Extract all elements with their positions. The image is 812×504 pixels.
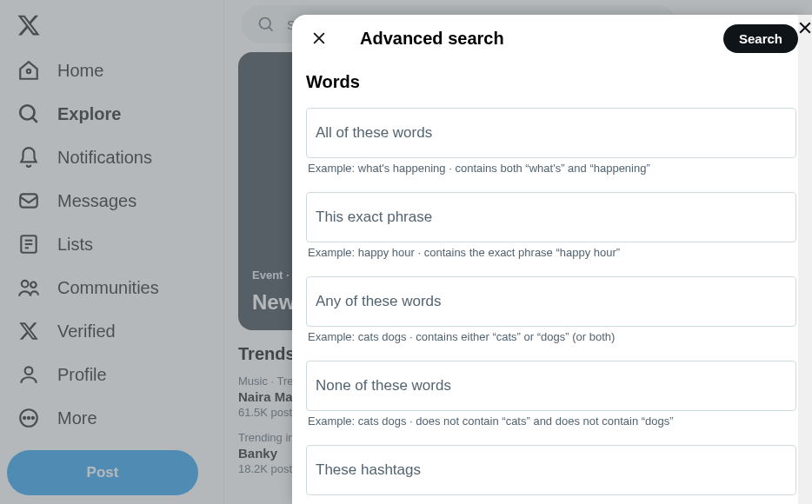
modal-body: Words All of these words Example: what's… xyxy=(292,62,810,499)
helper-none-words: Example: cats dogs · does not contain “c… xyxy=(306,414,796,428)
scrollbar[interactable] xyxy=(798,15,812,504)
field-label: All of these words xyxy=(316,124,432,141)
field-all-words[interactable]: All of these words xyxy=(306,108,796,158)
modal-title: Advanced search xyxy=(360,29,697,49)
modal-header: Advanced search Search xyxy=(292,15,810,62)
field-label: These hashtags xyxy=(316,461,421,478)
helper-all-words: Example: what's happening · contains bot… xyxy=(306,162,796,175)
field-label: Any of these words xyxy=(316,293,442,309)
field-any-words[interactable]: Any of these words xyxy=(306,276,796,327)
external-close-icon[interactable] xyxy=(796,19,812,36)
section-words: Words xyxy=(306,72,796,92)
close-icon xyxy=(310,30,328,47)
search-button[interactable]: Search xyxy=(723,24,798,53)
helper-any-words: Example: cats dogs · contains either “ca… xyxy=(306,330,796,343)
advanced-search-modal: Advanced search Search Words All of thes… xyxy=(292,15,810,504)
close-button[interactable] xyxy=(304,23,334,53)
field-label: None of these words xyxy=(316,377,451,394)
helper-exact-phrase: Example: happy hour · contains the exact… xyxy=(306,246,796,259)
field-exact-phrase[interactable]: This exact phrase xyxy=(306,192,796,242)
field-none-words[interactable]: None of these words xyxy=(306,361,796,411)
field-label: This exact phrase xyxy=(316,209,432,225)
field-hashtags[interactable]: These hashtags xyxy=(306,445,796,495)
